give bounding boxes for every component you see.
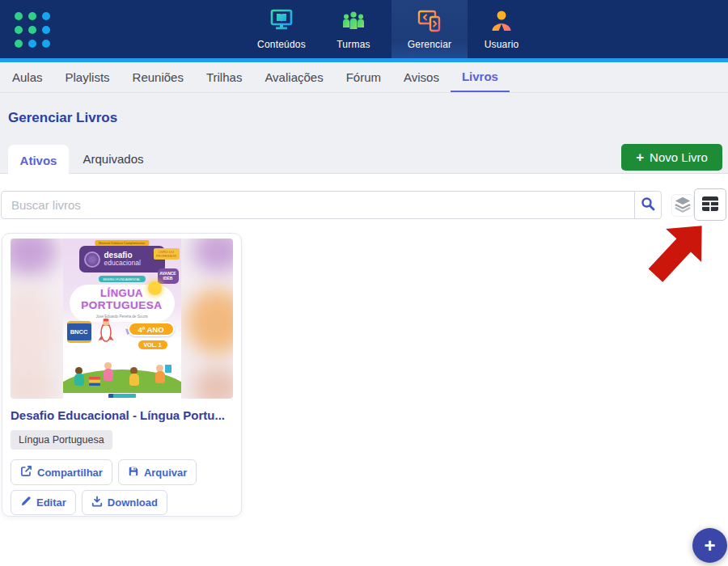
user-icon: [489, 9, 514, 36]
nav-item-turmas[interactable]: Turmas: [315, 0, 392, 58]
table-icon: [701, 196, 719, 214]
kid-figure: [128, 367, 141, 386]
subnav-item-trilhas[interactable]: Trilhas: [195, 62, 253, 92]
action-label: Download: [108, 496, 158, 509]
subnav-item-avisos[interactable]: Avisos: [392, 62, 451, 92]
kid-figure: [102, 362, 115, 381]
volume-badge: VOL. 1: [138, 340, 168, 350]
logo-dot: [15, 12, 23, 20]
cover-blur-blob: [193, 239, 233, 272]
search-icon: [641, 196, 655, 213]
subject-tag: Língua Portuguesa: [11, 430, 112, 450]
blue-book-shape: [165, 365, 171, 373]
search-button[interactable]: [634, 191, 662, 219]
cover-blur-blob: [186, 289, 233, 355]
main-menu: Conteúdos Turmas: [248, 0, 535, 58]
cover-artwork: Material Didático Complementar desafio e…: [63, 239, 181, 399]
nav-label: Conteúdos: [257, 39, 306, 50]
cover-author: José Eduardo Pereira de Souza: [63, 315, 181, 319]
book-actions: Compartilhar Arquivar: [11, 459, 233, 515]
book-title[interactable]: Desafio Educacional - Língua Portu...: [11, 408, 233, 422]
tab-ativos-active[interactable]: Ativos: [8, 145, 69, 175]
brand-name: educacional: [104, 260, 141, 267]
logo-dot: [28, 12, 36, 20]
subnav-item-livros-active[interactable]: Livros: [451, 62, 510, 92]
nav-label: Turmas: [336, 39, 370, 50]
kid-figure: [73, 367, 86, 386]
logo-dot: [42, 40, 50, 48]
manage-devices-icon: [417, 9, 442, 36]
cards-view-button[interactable]: [671, 194, 694, 217]
level-pill: ENSINO FUNDAMENTAL: [98, 276, 145, 282]
edit-button[interactable]: Editar: [11, 490, 76, 515]
archive-button[interactable]: Arquivar: [118, 459, 197, 485]
cover-blur-blob: [193, 366, 233, 399]
publisher-banner: desafio educacional: [79, 246, 165, 272]
nav-item-conteudos[interactable]: Conteúdos: [248, 0, 315, 58]
contents-monitor-icon: [269, 9, 294, 36]
new-book-button[interactable]: + Novo Livro: [621, 144, 722, 171]
grade-badge: 4º ANO: [128, 322, 175, 336]
tab-arquivados[interactable]: Arquivados: [69, 145, 158, 173]
action-label: Editar: [36, 496, 66, 509]
cover-subject-title: LÍNGUA PORTUGUESA: [63, 288, 181, 312]
layers-icon: [674, 196, 692, 215]
subnav-item-avaliacoes[interactable]: Avaliações: [253, 62, 334, 92]
book-cover[interactable]: Material Didático Complementar desafio e…: [11, 239, 233, 399]
table-view-button[interactable]: [694, 188, 726, 221]
tabbar-divider: [0, 173, 728, 174]
ideb-badge: AVANCE IDEB: [158, 268, 179, 284]
subnav-item-forum[interactable]: Fórum: [335, 62, 392, 92]
top-navbar: Conteúdos Turmas: [0, 0, 728, 58]
nav-item-gerenciar-active[interactable]: Gerenciar: [392, 0, 468, 58]
logo-dot: [42, 26, 50, 34]
share-icon: [20, 465, 32, 479]
nav-label: Usuario: [485, 39, 519, 50]
children-illustration: [63, 350, 181, 386]
download-icon: [91, 496, 103, 509]
logo-dot: [15, 26, 23, 34]
cover-blur-blob: [11, 366, 56, 399]
app-logo[interactable]: [15, 12, 50, 48]
plus-icon: +: [636, 150, 644, 164]
download-button[interactable]: Download: [82, 490, 167, 515]
nav-label: Gerenciar: [408, 39, 452, 50]
action-label: Compartilhar: [37, 467, 103, 479]
book-stack: [89, 376, 100, 386]
subnav-item-playlists[interactable]: Playlists: [54, 62, 121, 92]
subnav-item-reunioes[interactable]: Reuniões: [121, 62, 195, 92]
logo-dot: [15, 40, 23, 48]
share-button[interactable]: Compartilhar: [11, 459, 112, 485]
bncc-badge: BNCC: [67, 321, 91, 343]
cover-blur-blob: [11, 239, 57, 276]
pencil-icon: [20, 496, 32, 509]
page: Conteúdos Turmas: [0, 0, 728, 566]
cover-top-ribbon: Material Didático Complementar: [95, 240, 149, 246]
publisher-footer-logo: [108, 394, 136, 398]
save-icon: [128, 466, 139, 479]
new-book-label: Novo Livro: [650, 150, 708, 164]
book-card: Material Didático Complementar desafio e…: [2, 233, 242, 517]
section-tabs: Aulas Playlists Reuniões Trilhas Avaliaç…: [0, 62, 728, 93]
nav-item-usuario[interactable]: Usuario: [468, 0, 535, 58]
floating-add-button[interactable]: +: [692, 528, 727, 563]
logo-dot: [28, 26, 36, 34]
page-title: Gerenciar Livros: [8, 110, 117, 126]
plus-icon: +: [704, 536, 715, 555]
search-input[interactable]: [1, 191, 635, 219]
logo-dot: [42, 12, 50, 20]
teacher-ribbon: LIVRO DO PROFESSOR: [154, 248, 180, 260]
subnav-item-aulas[interactable]: Aulas: [1, 62, 54, 92]
rocket-illustration: [95, 316, 118, 347]
publisher-logo-icon: [84, 251, 100, 268]
logo-dot: [28, 40, 36, 48]
groups-icon: [341, 9, 366, 36]
action-label: Arquivar: [144, 467, 187, 479]
